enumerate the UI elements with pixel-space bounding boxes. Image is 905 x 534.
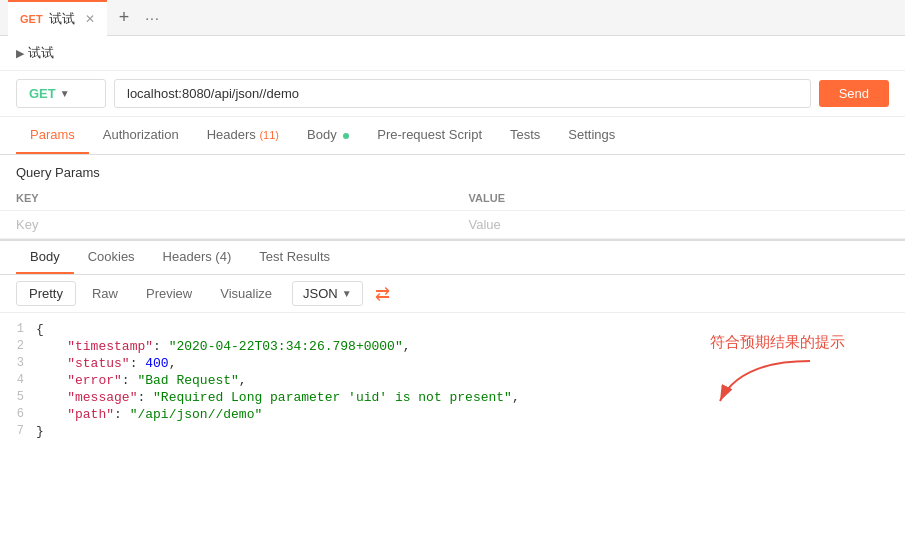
format-label: JSON	[303, 286, 338, 301]
line-num-5: 5	[0, 390, 36, 404]
breadcrumb: ▶ 试试	[0, 36, 905, 71]
key-column-header: KEY	[0, 186, 453, 211]
tab-body[interactable]: Body	[293, 117, 363, 154]
query-params-section: Query Params KEY VALUE Key Value	[0, 155, 905, 239]
line-num-2: 2	[0, 339, 36, 353]
active-tab[interactable]: GET 试试 ✕	[8, 0, 107, 36]
more-options-button[interactable]: ···	[141, 10, 164, 26]
resp-tab-test-results[interactable]: Test Results	[245, 241, 344, 274]
annotation: 符合预期结果的提示	[710, 333, 845, 409]
response-tabs: Body Cookies Headers (4) Test Results	[0, 239, 905, 275]
url-bar: GET ▼ Send	[0, 71, 905, 117]
method-chevron-icon: ▼	[60, 88, 70, 99]
tab-authorization[interactable]: Authorization	[89, 117, 193, 154]
line-num-6: 6	[0, 407, 36, 421]
breadcrumb-arrow: ▶	[16, 47, 24, 60]
resp-tab-headers[interactable]: Headers (4)	[149, 241, 246, 274]
tab-method: GET	[20, 13, 43, 25]
value-column-header: VALUE	[453, 186, 906, 211]
response-area: 1 { 2 "timestamp": "2020-04-22T03:34:26.…	[0, 313, 905, 448]
viewer-tabs: Pretty Raw Preview Visualize JSON ▼ ⇄	[0, 275, 905, 313]
headers-badge: (11)	[259, 129, 279, 141]
value-placeholder[interactable]: Value	[453, 211, 906, 239]
resp-tab-cookies[interactable]: Cookies	[74, 241, 149, 274]
query-params-label: Query Params	[0, 155, 905, 186]
new-tab-button[interactable]: +	[115, 7, 134, 28]
tab-title: 试试	[49, 10, 75, 28]
viewer-tab-preview[interactable]: Preview	[134, 282, 204, 305]
viewer-tab-raw[interactable]: Raw	[80, 282, 130, 305]
params-empty-row: Key Value	[0, 211, 905, 239]
viewer-tab-visualize[interactable]: Visualize	[208, 282, 284, 305]
tab-tests[interactable]: Tests	[496, 117, 554, 154]
method-label: GET	[29, 86, 56, 101]
line-num-3: 3	[0, 356, 36, 370]
tab-settings[interactable]: Settings	[554, 117, 629, 154]
request-tabs: Params Authorization Headers (11) Body P…	[0, 117, 905, 155]
format-select[interactable]: JSON ▼	[292, 281, 363, 306]
line-content-6: "path": "/api/json//demo"	[36, 407, 905, 422]
line-num-7: 7	[0, 424, 36, 438]
url-input[interactable]	[114, 79, 811, 108]
breadcrumb-label: 试试	[28, 44, 54, 62]
tab-headers[interactable]: Headers (11)	[193, 117, 293, 154]
annotation-arrow-icon	[710, 356, 830, 406]
viewer-tab-pretty[interactable]: Pretty	[16, 281, 76, 306]
tab-params[interactable]: Params	[16, 117, 89, 154]
line-content-7: }	[36, 424, 905, 439]
code-line-7: 7 }	[0, 423, 905, 440]
line-num-1: 1	[0, 322, 36, 336]
format-chevron-icon: ▼	[342, 288, 352, 299]
tab-actions: + ···	[115, 7, 164, 28]
tab-bar: GET 试试 ✕ + ···	[0, 0, 905, 36]
wrap-button[interactable]: ⇄	[375, 283, 390, 305]
body-dot	[343, 133, 349, 139]
method-select[interactable]: GET ▼	[16, 79, 106, 108]
line-num-4: 4	[0, 373, 36, 387]
tab-pre-request[interactable]: Pre-request Script	[363, 117, 496, 154]
key-placeholder[interactable]: Key	[0, 211, 453, 239]
resp-tab-body[interactable]: Body	[16, 241, 74, 274]
send-button[interactable]: Send	[819, 80, 889, 107]
params-table: KEY VALUE Key Value	[0, 186, 905, 239]
tab-close-button[interactable]: ✕	[85, 12, 95, 26]
arrow-container	[710, 356, 830, 409]
annotation-text: 符合预期结果的提示	[710, 333, 845, 352]
